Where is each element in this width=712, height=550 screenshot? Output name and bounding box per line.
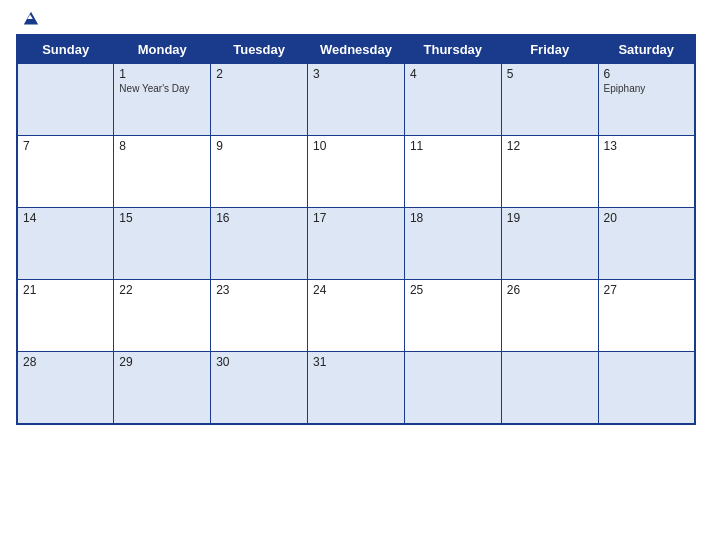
day-number: 18 bbox=[410, 211, 496, 225]
calendar-cell: 19 bbox=[501, 208, 598, 280]
day-number: 1 bbox=[119, 67, 205, 81]
day-number: 21 bbox=[23, 283, 108, 297]
calendar-cell: 23 bbox=[211, 280, 308, 352]
calendar-cell: 28 bbox=[17, 352, 114, 424]
day-number: 19 bbox=[507, 211, 593, 225]
logo-icon bbox=[22, 10, 40, 28]
calendar-week-row: 78910111213 bbox=[17, 136, 695, 208]
calendar-cell bbox=[17, 64, 114, 136]
logo-text bbox=[16, 10, 40, 28]
calendar-wrapper: SundayMondayTuesdayWednesdayThursdayFrid… bbox=[0, 0, 712, 550]
day-number: 9 bbox=[216, 139, 302, 153]
calendar-cell: 22 bbox=[114, 280, 211, 352]
day-number: 25 bbox=[410, 283, 496, 297]
weekday-header-row: SundayMondayTuesdayWednesdayThursdayFrid… bbox=[17, 35, 695, 64]
day-number: 8 bbox=[119, 139, 205, 153]
day-number: 12 bbox=[507, 139, 593, 153]
weekday-header-tuesday: Tuesday bbox=[211, 35, 308, 64]
day-number: 27 bbox=[604, 283, 689, 297]
calendar-week-row: 14151617181920 bbox=[17, 208, 695, 280]
day-number: 11 bbox=[410, 139, 496, 153]
day-number: 22 bbox=[119, 283, 205, 297]
day-number: 29 bbox=[119, 355, 205, 369]
day-number: 17 bbox=[313, 211, 399, 225]
calendar-cell: 5 bbox=[501, 64, 598, 136]
calendar-cell: 27 bbox=[598, 280, 695, 352]
weekday-header-wednesday: Wednesday bbox=[308, 35, 405, 64]
weekday-header-sunday: Sunday bbox=[17, 35, 114, 64]
holiday-name: New Year's Day bbox=[119, 83, 205, 94]
logo-area bbox=[16, 10, 40, 28]
calendar-cell: 2 bbox=[211, 64, 308, 136]
calendar-table: SundayMondayTuesdayWednesdayThursdayFrid… bbox=[16, 34, 696, 425]
day-number: 5 bbox=[507, 67, 593, 81]
weekday-header-monday: Monday bbox=[114, 35, 211, 64]
calendar-cell: 4 bbox=[404, 64, 501, 136]
day-number: 28 bbox=[23, 355, 108, 369]
day-number: 13 bbox=[604, 139, 689, 153]
calendar-cell: 16 bbox=[211, 208, 308, 280]
calendar-week-row: 21222324252627 bbox=[17, 280, 695, 352]
day-number: 15 bbox=[119, 211, 205, 225]
calendar-cell bbox=[501, 352, 598, 424]
day-number: 24 bbox=[313, 283, 399, 297]
day-number: 31 bbox=[313, 355, 399, 369]
calendar-cell: 11 bbox=[404, 136, 501, 208]
calendar-cell bbox=[404, 352, 501, 424]
calendar-cell: 8 bbox=[114, 136, 211, 208]
calendar-week-row: 1New Year's Day23456Epiphany bbox=[17, 64, 695, 136]
calendar-cell: 15 bbox=[114, 208, 211, 280]
day-number: 6 bbox=[604, 67, 689, 81]
calendar-cell: 20 bbox=[598, 208, 695, 280]
calendar-cell: 18 bbox=[404, 208, 501, 280]
calendar-cell: 21 bbox=[17, 280, 114, 352]
calendar-cell: 31 bbox=[308, 352, 405, 424]
day-number: 4 bbox=[410, 67, 496, 81]
calendar-cell: 25 bbox=[404, 280, 501, 352]
calendar-cell: 30 bbox=[211, 352, 308, 424]
day-number: 23 bbox=[216, 283, 302, 297]
day-number: 30 bbox=[216, 355, 302, 369]
holiday-name: Epiphany bbox=[604, 83, 689, 94]
calendar-header bbox=[16, 10, 696, 28]
weekday-header-saturday: Saturday bbox=[598, 35, 695, 64]
calendar-cell: 7 bbox=[17, 136, 114, 208]
day-number: 20 bbox=[604, 211, 689, 225]
calendar-cell: 14 bbox=[17, 208, 114, 280]
calendar-cell: 26 bbox=[501, 280, 598, 352]
day-number: 3 bbox=[313, 67, 399, 81]
day-number: 10 bbox=[313, 139, 399, 153]
calendar-cell bbox=[598, 352, 695, 424]
day-number: 16 bbox=[216, 211, 302, 225]
day-number: 14 bbox=[23, 211, 108, 225]
calendar-cell: 6Epiphany bbox=[598, 64, 695, 136]
weekday-header-thursday: Thursday bbox=[404, 35, 501, 64]
calendar-cell: 24 bbox=[308, 280, 405, 352]
day-number: 2 bbox=[216, 67, 302, 81]
day-number: 7 bbox=[23, 139, 108, 153]
weekday-header-friday: Friday bbox=[501, 35, 598, 64]
calendar-cell: 29 bbox=[114, 352, 211, 424]
calendar-cell: 3 bbox=[308, 64, 405, 136]
day-number: 26 bbox=[507, 283, 593, 297]
calendar-cell: 1New Year's Day bbox=[114, 64, 211, 136]
calendar-cell: 13 bbox=[598, 136, 695, 208]
calendar-cell: 9 bbox=[211, 136, 308, 208]
calendar-cell: 10 bbox=[308, 136, 405, 208]
calendar-week-row: 28293031 bbox=[17, 352, 695, 424]
calendar-cell: 17 bbox=[308, 208, 405, 280]
calendar-cell: 12 bbox=[501, 136, 598, 208]
